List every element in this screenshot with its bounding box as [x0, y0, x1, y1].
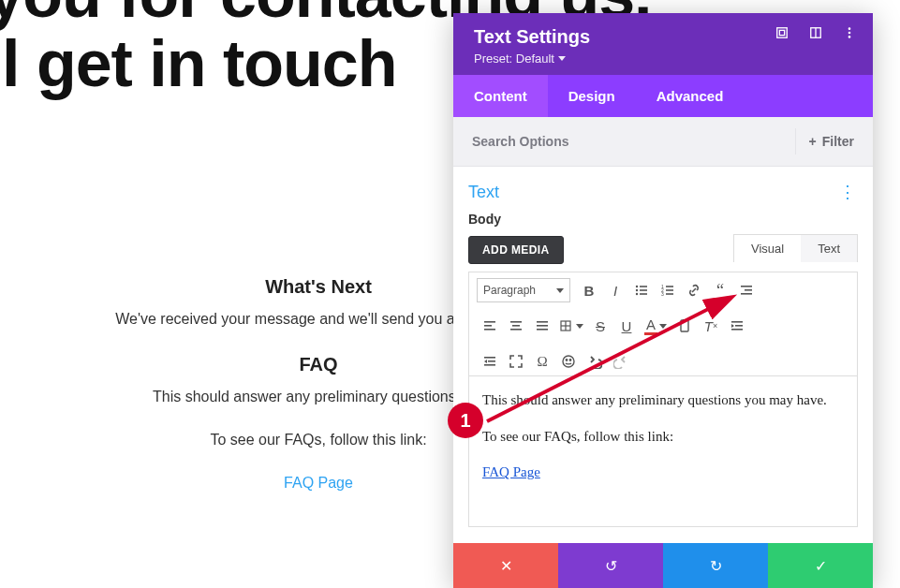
unordered-list-icon[interactable]	[628, 278, 655, 302]
svg-rect-20	[741, 286, 752, 287]
panel-header: Text Settings Preset: Default	[453, 13, 873, 75]
svg-point-45	[569, 360, 570, 360]
emoji-icon[interactable]	[555, 349, 582, 374]
svg-rect-1	[777, 28, 788, 38]
svg-point-12	[636, 293, 638, 295]
clear-formatting-icon[interactable]: T×	[698, 314, 724, 338]
align-left-icon[interactable]	[477, 314, 503, 338]
svg-rect-23	[484, 321, 495, 323]
svg-rect-36	[683, 319, 686, 321]
search-options-input[interactable]: Search Options	[472, 134, 568, 149]
svg-rect-28	[510, 329, 522, 331]
panel-title: Text Settings	[474, 26, 590, 48]
svg-rect-22	[741, 293, 752, 295]
svg-rect-30	[537, 325, 548, 327]
undo-icon: ↺	[605, 557, 617, 575]
indent-icon[interactable]	[724, 314, 750, 338]
text-settings-panel: Text Settings Preset: Default Conten	[453, 13, 873, 588]
align-center-icon[interactable]	[503, 314, 529, 338]
fullscreen-icon[interactable]	[503, 349, 529, 374]
svg-rect-15	[666, 286, 673, 287]
panel-body: Text ⋮ Body ADD MEDIA Visual Text Paragr…	[453, 167, 873, 543]
plus-icon: +	[809, 134, 817, 149]
align-justify-icon[interactable]	[529, 314, 555, 338]
preset-selector[interactable]: Preset: Default	[474, 51, 590, 66]
redo-changes-button[interactable]: ↻	[663, 543, 768, 588]
svg-rect-38	[735, 325, 743, 327]
tab-advanced[interactable]: Advanced	[636, 75, 745, 117]
undo-changes-button[interactable]: ↺	[558, 543, 663, 588]
svg-point-44	[566, 360, 567, 360]
svg-rect-37	[731, 321, 743, 323]
paragraph-format-select[interactable]: Paragraph	[477, 278, 570, 302]
search-bar: Search Options + Filter	[453, 117, 873, 167]
svg-rect-31	[537, 329, 548, 331]
editor-toolbar: Paragraph B I 123 “ S U A	[468, 272, 858, 375]
svg-rect-17	[666, 289, 673, 291]
svg-rect-2	[779, 30, 784, 35]
redo-icon[interactable]	[608, 349, 634, 374]
svg-rect-42	[484, 364, 495, 366]
underline-icon[interactable]: U	[613, 314, 640, 338]
chevron-down-icon	[558, 56, 566, 61]
editor-tab-visual[interactable]: Visual	[734, 235, 801, 262]
panel-footer: ✕ ↺ ↻ ✓	[453, 543, 873, 588]
svg-rect-24	[484, 325, 492, 327]
svg-rect-41	[488, 360, 495, 362]
svg-rect-21	[745, 289, 752, 291]
chevron-down-icon	[556, 288, 564, 293]
text-color-icon[interactable]: A	[640, 314, 671, 338]
close-icon: ✕	[500, 557, 512, 575]
undo-icon[interactable]	[582, 349, 608, 374]
svg-point-7	[848, 36, 851, 38]
svg-rect-19	[666, 293, 673, 295]
kebab-menu-icon[interactable]	[843, 26, 856, 43]
panel-tabs: Content Design Advanced	[453, 75, 873, 117]
svg-point-10	[636, 289, 638, 291]
filter-button[interactable]: + Filter	[795, 128, 867, 154]
expand-icon[interactable]	[775, 26, 789, 43]
outdent-icon[interactable]	[477, 349, 503, 374]
svg-point-43	[563, 356, 574, 367]
editor-faq-link[interactable]: FAQ Page	[482, 464, 540, 479]
italic-icon[interactable]: I	[602, 278, 628, 302]
svg-rect-35	[681, 320, 688, 331]
strikethrough-icon[interactable]: S	[587, 314, 613, 338]
ordered-list-icon[interactable]: 123	[655, 278, 681, 302]
editor-mode-tabs: Visual Text	[733, 234, 858, 262]
editor-paragraph-2[interactable]: To see our FAQs, follow this link:	[482, 426, 844, 448]
annotation-marker-1: 1	[448, 403, 483, 438]
blockquote-icon[interactable]: “	[707, 278, 733, 302]
section-options-icon[interactable]: ⋮	[839, 182, 858, 202]
svg-rect-9	[640, 286, 647, 287]
add-media-button[interactable]: ADD MEDIA	[468, 236, 564, 264]
link-icon[interactable]	[681, 278, 707, 302]
svg-rect-26	[510, 321, 522, 323]
special-char-icon[interactable]: Ω	[529, 349, 555, 374]
svg-rect-13	[640, 293, 647, 295]
svg-rect-27	[512, 325, 520, 327]
svg-point-6	[848, 32, 851, 35]
body-label: Body	[468, 212, 858, 227]
check-icon: ✓	[815, 557, 827, 575]
section-title-text[interactable]: Text	[468, 183, 499, 202]
editor-tab-text[interactable]: Text	[801, 235, 857, 262]
redo-icon: ↻	[710, 557, 722, 575]
tab-design[interactable]: Design	[548, 75, 636, 117]
svg-rect-40	[484, 357, 495, 359]
align-right-icon[interactable]	[733, 278, 760, 302]
save-button[interactable]: ✓	[768, 543, 873, 588]
svg-text:3: 3	[661, 291, 664, 297]
tab-content[interactable]: Content	[453, 75, 548, 117]
table-icon[interactable]	[555, 314, 587, 338]
paste-icon[interactable]	[671, 314, 698, 338]
svg-rect-39	[731, 329, 743, 331]
snap-icon[interactable]	[809, 26, 822, 43]
svg-point-8	[636, 286, 638, 287]
bold-icon[interactable]: B	[576, 278, 602, 302]
svg-point-5	[848, 27, 851, 30]
rich-text-editor[interactable]: This should answer any preliminary quest…	[468, 375, 858, 527]
editor-paragraph-1[interactable]: This should answer any preliminary quest…	[482, 390, 844, 411]
svg-rect-11	[640, 289, 647, 291]
discard-button[interactable]: ✕	[453, 543, 558, 588]
